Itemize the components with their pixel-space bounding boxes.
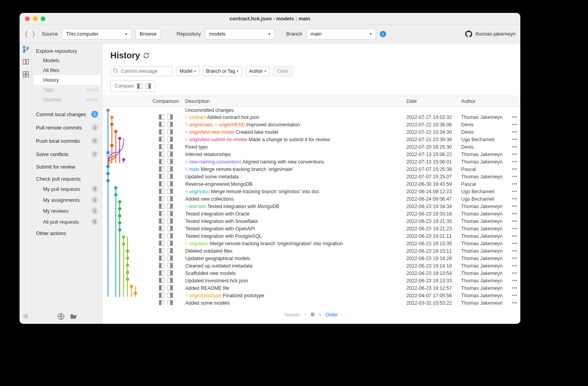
row-actions-button[interactable]: ••• — [509, 277, 520, 285]
table-row[interactable]: Updated some metadata2022-07-07 15:25:07… — [102, 173, 520, 181]
table-row[interactable]: ⑂ origin/prototype Finalized prototype20… — [102, 292, 520, 300]
row-actions-button[interactable]: ••• — [509, 270, 520, 277]
minimize-window-button[interactable] — [33, 16, 38, 21]
sidebar-pr-asn[interactable]: My assignments1 — [32, 194, 102, 205]
row-actions-button[interactable]: ••• — [509, 203, 520, 210]
row-actions-button[interactable]: ••• — [509, 151, 520, 158]
compare-left-checkbox[interactable] — [159, 218, 164, 224]
table-row[interactable]: Added new collections2022-06-24 09:06:47… — [102, 196, 520, 203]
compare-left-checkbox[interactable] — [159, 233, 164, 239]
row-actions-button[interactable]: ••• — [509, 166, 520, 173]
row-actions-button[interactable]: ••• — [509, 218, 520, 225]
table-row[interactable]: ⑂ test-tom Tested integration with Mongo… — [102, 203, 520, 210]
close-window-button[interactable] — [25, 16, 30, 21]
compare-right-checkbox[interactable] — [167, 166, 173, 172]
branch-tag[interactable]: ⑂ test-tom — [185, 204, 206, 209]
table-row[interactable]: ⑂ origin/main, ⑂ origin/HEAD Improved do… — [102, 121, 520, 129]
row-actions-button[interactable]: ••• — [509, 144, 520, 151]
compare-right-checkbox[interactable] — [167, 174, 173, 179]
row-actions-button[interactable]: ••• — [509, 262, 520, 270]
table-row[interactable]: ⑂ origin/test-new-model Created fake mod… — [102, 129, 520, 136]
branch-tag[interactable]: ⑂ origin/doc — [185, 189, 209, 194]
compare-left-checkbox[interactable] — [159, 166, 164, 172]
table-row[interactable]: Added some models2022-03-31 10:53:22Thom… — [102, 300, 520, 305]
sidebar-push[interactable]: Push local commits0 — [32, 134, 102, 147]
row-actions-button[interactable]: ••• — [509, 129, 520, 136]
compare-left-checkbox[interactable] — [159, 129, 164, 135]
info-icon[interactable]: i — [380, 31, 386, 37]
row-actions-button[interactable]: ••• — [509, 285, 520, 292]
row-actions-button[interactable]: ••• — [509, 300, 520, 305]
row-actions-button[interactable]: ••• — [509, 233, 520, 240]
compare-right-checkbox[interactable] — [167, 248, 173, 253]
compare-right-checkbox[interactable] — [167, 151, 173, 157]
compare-right-checkbox[interactable] — [167, 114, 173, 120]
compare-left-checkbox[interactable] — [159, 241, 164, 246]
compare-right-checkbox[interactable] — [167, 300, 173, 305]
row-actions-button[interactable]: ••• — [509, 248, 520, 255]
compare-left-checkbox[interactable] — [159, 189, 164, 194]
row-actions-button[interactable]: ••• — [509, 196, 520, 203]
branch-tag[interactable]: ⑂ origin/HEAD — [215, 122, 245, 127]
branch-icon[interactable] — [22, 46, 29, 53]
repository-select[interactable]: models ▾ — [205, 29, 275, 39]
compare-right-checkbox[interactable] — [167, 203, 173, 209]
compare-left-checkbox[interactable] — [159, 211, 164, 216]
compare-right-checkbox[interactable] — [167, 270, 173, 276]
compare-left-checkbox[interactable] — [159, 270, 164, 276]
compare-right-checkbox[interactable] — [167, 255, 173, 261]
branch-tag[interactable]: ⑂ contract — [185, 115, 206, 120]
compare-right-checkbox[interactable] — [167, 241, 173, 246]
row-actions-button[interactable]: ••• — [509, 121, 520, 129]
chevron-right-icon[interactable]: › — [319, 312, 321, 317]
table-row[interactable]: Uncommitted changes — [102, 107, 520, 114]
compare-right-checkbox[interactable] — [167, 196, 173, 201]
compare-left-checkbox[interactable] — [159, 293, 164, 298]
compare-left-checkbox[interactable] — [159, 136, 164, 142]
compare-right-checkbox[interactable] — [167, 136, 173, 142]
table-row[interactable]: Scaffolded new models2022-06-23 19:13:54… — [102, 270, 520, 277]
row-actions-button[interactable]: ••• — [509, 225, 520, 233]
compare-left-checkbox[interactable] — [159, 203, 164, 209]
globe-icon[interactable] — [58, 313, 65, 320]
sidebar-other[interactable]: Other actions — [32, 227, 102, 239]
sidebar-pr-rev[interactable]: My reviews1 — [32, 205, 102, 216]
row-actions-button[interactable]: ••• — [509, 240, 520, 248]
table-row[interactable]: Reverse-engineered MongoDB2022-06-30 19:… — [102, 181, 520, 188]
sidebar-pull[interactable]: Pull remote commits1 — [32, 121, 102, 134]
table-row[interactable]: Fixed typo2022-07-20 16:25:30Denis••• — [102, 144, 520, 151]
compare-left-checkbox[interactable] — [159, 248, 164, 253]
compare-right-checkbox[interactable] — [167, 181, 173, 187]
compare-right-checkbox[interactable] — [167, 218, 173, 224]
user-menu[interactable]: thomas-jakemeyn — [465, 31, 516, 38]
table-row[interactable]: ⑂ origin/test-submit-for-review Made a c… — [102, 136, 520, 144]
row-actions-button[interactable]: ••• — [509, 181, 520, 188]
branch-tag[interactable]: ⑂ origin/test-new-model — [185, 129, 234, 135]
branch-select[interactable]: main ▾ — [306, 29, 376, 39]
table-row[interactable]: Tested integration with OpenAPI2022-06-2… — [102, 225, 520, 233]
row-actions-button[interactable]: ••• — [509, 114, 520, 121]
sidebar-item-models[interactable]: Models — [32, 56, 102, 65]
gear-icon[interactable] — [22, 313, 29, 320]
compare-right-checkbox[interactable] — [167, 189, 173, 194]
branch-tag[interactable]: ⑂ migration — [185, 241, 209, 246]
compare-right-checkbox[interactable] — [167, 144, 173, 149]
diff-icon[interactable] — [22, 58, 29, 65]
folder-open-icon[interactable] — [70, 313, 77, 320]
commit-search-input[interactable] — [110, 66, 173, 76]
table-row[interactable]: ⑂ new-naming-conventions Aligned naming … — [102, 158, 520, 166]
row-actions-button[interactable]: ••• — [509, 136, 520, 144]
pager-older[interactable]: Older — [325, 312, 338, 318]
sidebar-item-allfiles[interactable]: All files — [32, 65, 102, 75]
compare-left-checkbox[interactable] — [159, 159, 164, 164]
compare-left-checkbox[interactable] — [159, 174, 164, 179]
sidebar-pr-all[interactable]: All pull requests6 — [32, 216, 102, 227]
row-actions-button[interactable]: ••• — [509, 210, 520, 218]
row-actions-button[interactable]: ••• — [509, 188, 520, 196]
sidebar-submit[interactable]: Submit for review — [32, 161, 102, 173]
table-row[interactable]: Updated investment.hck.json2022-06-23 19… — [102, 277, 520, 285]
row-actions-button[interactable]: ••• — [509, 292, 520, 300]
compare-right-checkbox[interactable] — [167, 211, 173, 216]
compare-left-checkbox[interactable] — [159, 122, 164, 127]
compare-right-checkbox[interactable] — [167, 159, 173, 164]
